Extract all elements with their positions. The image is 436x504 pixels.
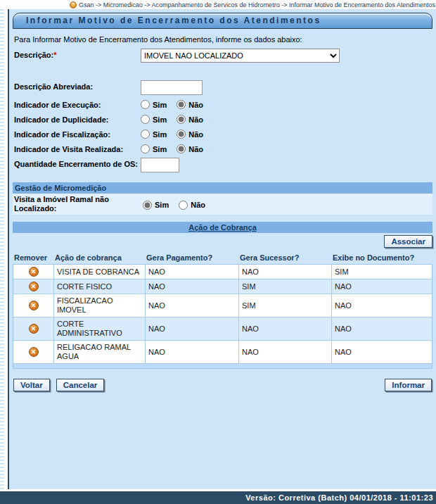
descricao-select[interactable]: IMOVEL NAO LOCALIZADO: [141, 49, 340, 63]
indicador-fiscalizacao-radio-nao[interactable]: [177, 130, 186, 139]
cell-gera-sucessor: SIM: [239, 279, 332, 294]
form: Descrição:* IMOVEL NAO LOCALIZADO Descri…: [9, 45, 436, 172]
indicador-fiscalizacao-radios: Sim Não: [141, 128, 210, 139]
acao-cobranca-header: Ação de Cobrança: [13, 222, 432, 233]
acao-cobranca-link[interactable]: Ação de Cobrança: [188, 223, 257, 232]
radio-label-sim: Sim: [153, 115, 167, 124]
cell-gera-pagamento: NAO: [146, 294, 239, 317]
cell-gera-pagamento: NAO: [146, 341, 239, 363]
field-row-descricao-abreviada: Descrição Abreviada:: [14, 80, 432, 95]
cell-acao: CORTE FISICO: [54, 279, 146, 294]
page-title: Informar Motivo de Encerramento dos Aten…: [13, 13, 432, 29]
indicador-visita-label: Indicador de Visita Realizada:: [14, 143, 141, 154]
indicador-visita-radios: Sim Não: [141, 143, 210, 153]
radio-label-nao: Não: [188, 130, 203, 139]
table-row: ✕ CORTE ADMINISTRATIVO NAO NAO NAO: [13, 317, 432, 341]
quantidade-os-input[interactable]: [141, 158, 179, 172]
indicador-duplicidade-label: Indicador de Duplicidade:: [14, 113, 141, 125]
cell-gera-sucessor: SIM: [239, 294, 332, 317]
visita-imovel-row: Visita a Imóvel Ramal não Localizado: Si…: [13, 194, 432, 215]
col-header-gera-pagamento: Gera Pagamento?: [145, 251, 238, 264]
visita-imovel-label: Visita a Imóvel Ramal não Localizado:: [14, 195, 143, 213]
cell-exibe-documento: NAO: [332, 317, 432, 340]
gestao-micromedicao-header: Gestão de Micromedição: [13, 182, 432, 194]
field-row-indicador-execucao: Indicador de Execução: Sim Não: [14, 99, 432, 110]
visita-imovel-radio-nao[interactable]: [179, 201, 188, 210]
radio-label-sim: Sim: [153, 145, 167, 153]
col-header-remover: Remover: [13, 251, 53, 264]
indicador-duplicidade-radios: Sim Não: [141, 113, 210, 124]
breadcrumb-text: Gsan -> Micromedicao -> Acompanhamento d…: [79, 1, 435, 8]
cell-acao: RELIGACAO RAMAL AGUA: [54, 341, 146, 363]
indicador-fiscalizacao-label: Indicador de Fiscalização:: [14, 128, 141, 139]
table-row: ✕ VISITA DE COBRANCA NAO NAO SIM: [13, 265, 432, 279]
cell-gera-pagamento: NAO: [146, 317, 239, 340]
cell-gera-pagamento: NAO: [146, 265, 239, 279]
cell-gera-sucessor: NAO: [239, 265, 332, 279]
indicador-duplicidade-radio-sim[interactable]: [141, 115, 150, 124]
cell-acao: FISCALIZACAO IMOVEL: [54, 294, 146, 317]
cell-exibe-documento: NAO: [332, 294, 432, 317]
cell-acao: VISITA DE COBRANCA: [54, 265, 146, 279]
radio-label-nao: Não: [188, 101, 203, 109]
remove-icon[interactable]: ✕: [29, 347, 39, 357]
action-buttons-row: Voltar Cancelar Informar: [13, 379, 432, 391]
radio-label-sim: Sim: [153, 101, 167, 109]
radio-label-sim: Sim: [153, 130, 167, 139]
associar-row: Associar: [13, 235, 432, 248]
cell-acao: CORTE ADMINISTRATIVO: [54, 317, 146, 340]
remove-icon[interactable]: ✕: [29, 282, 39, 291]
indicador-fiscalizacao-radio-sim[interactable]: [141, 130, 150, 139]
table-row: ✕ FISCALIZACAO IMOVEL NAO SIM NAO: [13, 294, 432, 317]
remove-icon[interactable]: ✕: [29, 267, 39, 277]
table-row: ✕ RELIGACAO RAMAL AGUA NAO NAO NAO: [13, 341, 432, 364]
quantidade-os-label: Quantidade Encerramento de OS:: [14, 158, 141, 169]
required-marker: *: [53, 51, 56, 59]
breadcrumb: ? Gsan -> Micromedicao -> Acompanhamento…: [0, 0, 436, 9]
associar-button[interactable]: Associar: [384, 235, 432, 248]
radio-label-sim: Sim: [155, 201, 169, 209]
cell-exibe-documento: NAO: [332, 279, 432, 294]
cell-exibe-documento: SIM: [332, 265, 432, 279]
descricao-label: Descrição:*: [14, 49, 141, 60]
instruction-text: Para Informar Motivo de Encerramento dos…: [14, 35, 432, 44]
acao-cobranca-table: ✕ VISITA DE COBRANCA NAO NAO SIM ✕ CORTE…: [13, 264, 432, 369]
field-row-indicador-fiscalizacao: Indicador de Fiscalização: Sim Não: [14, 128, 432, 139]
indicador-execucao-radio-nao[interactable]: [177, 100, 186, 109]
remove-icon[interactable]: ✕: [29, 324, 39, 334]
col-header-gera-sucessor: Gera Sucessor?: [238, 251, 331, 264]
cell-exibe-documento: NAO: [332, 341, 432, 363]
indicador-execucao-radio-sim[interactable]: [141, 100, 150, 109]
field-row-indicador-visita: Indicador de Visita Realizada: Sim Não: [14, 143, 432, 154]
radio-label-nao: Não: [188, 115, 203, 124]
radio-label-nao: Não: [191, 201, 205, 209]
cell-gera-sucessor: NAO: [239, 317, 332, 340]
descricao-abreviada-label: Descrição Abreviada:: [14, 80, 141, 92]
informar-button[interactable]: Informar: [385, 379, 432, 391]
remove-icon[interactable]: ✕: [29, 301, 39, 310]
table-row: ✕ CORTE FISICO NAO SIM NAO: [13, 279, 432, 294]
col-header-exibe-documento: Exibe no Documento?: [331, 251, 432, 264]
descricao-abreviada-input[interactable]: [141, 80, 203, 95]
version-footer: Versão: Corretiva (Batch) 04/01/2018 - 1…: [0, 491, 436, 504]
table-header: Remover Ação de cobrança Gera Pagamento?…: [13, 251, 432, 264]
visita-imovel-radio-sim[interactable]: [143, 201, 152, 210]
visita-imovel-radios: Sim Não: [143, 195, 212, 213]
col-header-acao: Ação de cobrança: [53, 251, 145, 264]
help-icon[interactable]: ?: [70, 1, 77, 8]
indicador-duplicidade-radio-nao[interactable]: [177, 115, 186, 124]
voltar-button[interactable]: Voltar: [13, 379, 50, 391]
cell-gera-pagamento: NAO: [146, 279, 239, 294]
field-row-indicador-duplicidade: Indicador de Duplicidade: Sim Não: [14, 113, 432, 125]
radio-label-nao: Não: [188, 145, 203, 153]
cancelar-button[interactable]: Cancelar: [56, 379, 105, 391]
field-row-descricao: Descrição:* IMOVEL NAO LOCALIZADO: [14, 49, 432, 63]
indicador-execucao-radios: Sim Não: [141, 99, 210, 109]
indicador-visita-radio-sim[interactable]: [141, 144, 150, 153]
indicador-execucao-label: Indicador de Execução:: [14, 99, 141, 110]
indicador-visita-radio-nao[interactable]: [177, 144, 186, 153]
main-panel: Informar Motivo de Encerramento dos Aten…: [8, 9, 436, 489]
field-row-quantidade-os: Quantidade Encerramento de OS:: [14, 158, 432, 172]
cell-gera-sucessor: NAO: [239, 341, 332, 363]
